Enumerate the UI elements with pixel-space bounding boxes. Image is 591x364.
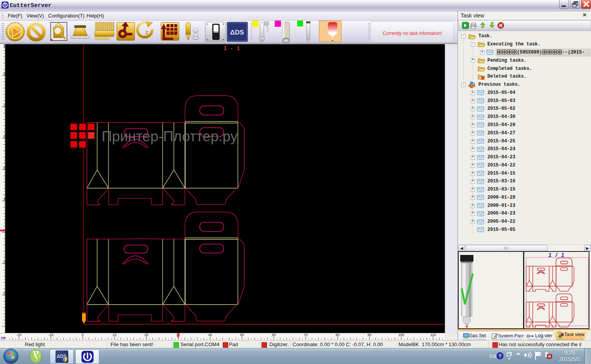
svg-text:80: 80: [336, 333, 340, 337]
svg-text:50: 50: [3, 166, 7, 170]
svg-text:CM: CM: [1, 336, 5, 340]
svg-text:-20: -20: [16, 333, 21, 337]
svg-text:0: 0: [81, 333, 83, 337]
svg-text:20: 20: [3, 260, 7, 264]
svg-text:20: 20: [144, 333, 148, 337]
svg-text:Принтер-Плоттер.ру: Принтер-Плоттер.ру: [102, 128, 238, 144]
svg-text:70: 70: [3, 103, 7, 107]
svg-text:40: 40: [208, 333, 212, 337]
svg-text:1 - 1: 1 - 1: [224, 45, 241, 51]
svg-text:100: 100: [398, 333, 404, 337]
svg-text:?: ?: [499, 353, 502, 359]
svg-text:90: 90: [3, 44, 7, 48]
svg-text:110: 110: [430, 333, 436, 337]
svg-text:10: 10: [113, 333, 116, 337]
svg-text:-10: -10: [48, 333, 53, 337]
svg-text:50: 50: [240, 333, 244, 337]
svg-text:90: 90: [367, 333, 371, 337]
svg-text:10: 10: [3, 291, 7, 295]
svg-text:40: 40: [3, 198, 7, 201]
svg-text:z: z: [145, 29, 149, 36]
svg-text:1 / 1: 1 / 1: [548, 252, 565, 258]
svg-text:60: 60: [3, 135, 7, 139]
svg-text:70: 70: [304, 333, 308, 337]
svg-text:60: 60: [272, 333, 276, 337]
svg-text:80: 80: [3, 72, 7, 76]
svg-text:ΔDS: ΔDS: [230, 29, 244, 36]
